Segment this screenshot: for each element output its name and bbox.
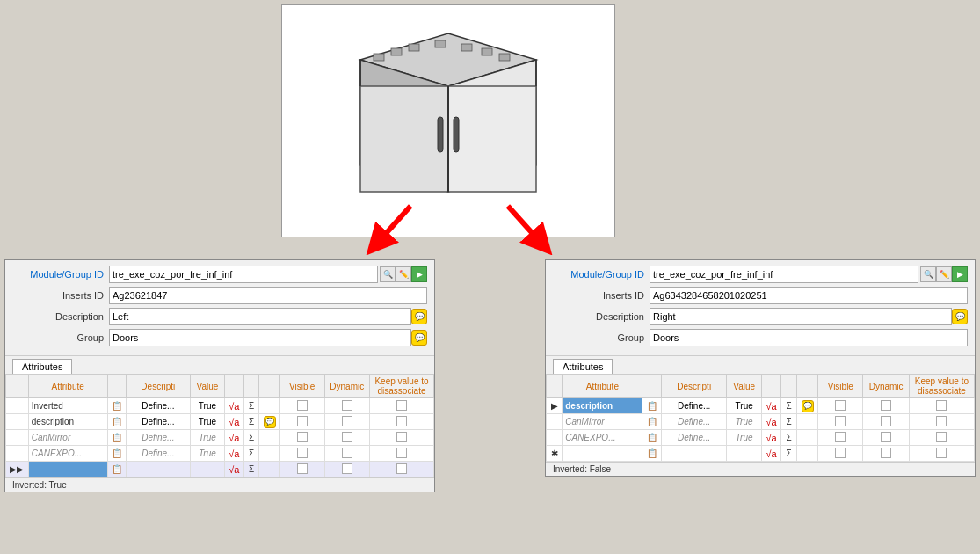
left-inserts-input[interactable] xyxy=(109,287,427,304)
left-group-speech-icon[interactable]: 💬 xyxy=(411,330,427,346)
right-row-canexpo-dynamic[interactable] xyxy=(863,430,909,446)
right-row-new-visible[interactable] xyxy=(818,446,863,462)
right-desc-dynamic-checkbox[interactable] xyxy=(881,400,891,411)
right-desc-visible-checkbox[interactable] xyxy=(835,400,846,411)
right-new-dynamic-checkbox[interactable] xyxy=(881,448,891,458)
left-new-keep-checkbox[interactable] xyxy=(396,463,407,474)
left-row-new-visible[interactable] xyxy=(280,462,324,477)
right-row-desc-dynamic[interactable] xyxy=(863,398,909,414)
left-new-visible-checkbox[interactable] xyxy=(297,463,308,474)
right-search-icon[interactable]: 🔍 xyxy=(920,266,936,282)
right-row-desc-keep[interactable] xyxy=(909,398,974,414)
left-canmirror-visible-checkbox[interactable] xyxy=(297,432,308,442)
left-canmirror-keep-checkbox[interactable] xyxy=(396,432,407,442)
right-edit-icon[interactable]: ✏️ xyxy=(936,266,952,282)
left-row-canmirror-visible[interactable] xyxy=(280,430,324,446)
left-row-canmirror-speech-empty xyxy=(259,430,280,446)
left-row-canmirror-desc: Define... xyxy=(126,430,190,446)
left-row-canexpo-dynamic[interactable] xyxy=(324,446,370,462)
left-module-input[interactable] xyxy=(109,266,378,283)
left-canmirror-dynamic-checkbox[interactable] xyxy=(342,432,352,442)
left-row-canexpo-visible[interactable] xyxy=(280,446,324,462)
right-row-canmirror: CanMirror 📋 Define... True √a Σ xyxy=(547,414,975,430)
left-row-new-sqrt: √a xyxy=(225,462,243,477)
svg-rect-15 xyxy=(482,48,492,55)
left-search-icon[interactable]: 🔍 xyxy=(380,266,396,282)
right-row-canexpo-keep[interactable] xyxy=(909,430,974,446)
left-edit-icon[interactable]: ✏️ xyxy=(396,266,411,282)
right-th-speech xyxy=(797,375,818,398)
left-inverted-visible-checkbox[interactable] xyxy=(297,400,308,411)
left-row-inverted-keep[interactable] xyxy=(370,398,434,414)
left-inverted-dynamic-checkbox[interactable] xyxy=(342,400,352,411)
left-row-desc-keep[interactable] xyxy=(370,414,434,430)
left-row-canexpo-keep[interactable] xyxy=(370,446,434,462)
left-group-input[interactable] xyxy=(109,329,411,346)
left-row-desc-sqrt: √a xyxy=(225,414,243,430)
right-group-input[interactable] xyxy=(650,329,968,346)
left-group-label: Group xyxy=(12,332,109,343)
left-row-new-keep[interactable] xyxy=(370,462,434,477)
right-row-canmirror-visible[interactable] xyxy=(818,414,863,430)
left-desc-speech-icon[interactable]: 💬 xyxy=(264,416,276,428)
right-description-input[interactable] xyxy=(650,308,952,325)
right-row-desc-visible[interactable] xyxy=(818,398,863,414)
right-canmirror-visible-checkbox[interactable] xyxy=(835,416,846,426)
right-desc-speech-icon[interactable]: 💬 xyxy=(802,400,814,412)
left-th-description: Descripti xyxy=(126,375,190,398)
right-row-canmirror-keep[interactable] xyxy=(909,414,974,430)
left-go-icon[interactable]: ▶ xyxy=(411,266,427,282)
left-row-desc-dynamic[interactable] xyxy=(324,414,370,430)
left-description-speech-icon[interactable]: 💬 xyxy=(411,309,427,324)
right-description-speech-icon[interactable]: 💬 xyxy=(952,309,968,324)
right-inserts-input[interactable] xyxy=(650,287,968,304)
left-row-canmirror-dynamic[interactable] xyxy=(324,430,370,446)
right-canexpo-dynamic-checkbox[interactable] xyxy=(881,432,891,442)
left-row-desc-name: description xyxy=(28,414,107,430)
left-row-inverted-dynamic[interactable] xyxy=(324,398,370,414)
left-row-canmirror-keep[interactable] xyxy=(370,430,434,446)
left-attributes-tab[interactable]: Attributes xyxy=(12,359,72,374)
left-inverted-keep-checkbox[interactable] xyxy=(396,400,407,411)
right-new-visible-checkbox[interactable] xyxy=(835,448,846,458)
right-row-new-dynamic[interactable] xyxy=(863,446,909,462)
left-canexpo-visible-checkbox[interactable] xyxy=(297,448,308,458)
left-row-inverted-visible[interactable] xyxy=(280,398,324,414)
right-row-canmirror-dynamic[interactable] xyxy=(863,414,909,430)
right-desc-keep-checkbox[interactable] xyxy=(936,400,947,411)
right-row-canmirror-desc: Define... xyxy=(662,414,727,430)
right-canmirror-keep-checkbox[interactable] xyxy=(936,416,947,426)
right-module-input[interactable] xyxy=(650,266,918,283)
right-panel-form: Module/Group ID 🔍 ✏️ ▶ Inserts ID Descri… xyxy=(546,260,975,355)
left-row-canmirror-icon: 📋 xyxy=(107,430,126,446)
right-canexpo-keep-checkbox[interactable] xyxy=(936,432,947,442)
left-canexpo-dynamic-checkbox[interactable] xyxy=(342,448,352,458)
right-th-sqrt xyxy=(762,375,781,398)
right-row-new-keep[interactable] xyxy=(909,446,974,462)
left-tab-bar: Attributes xyxy=(5,355,434,374)
left-attributes-table: Attribute Descripti Value Visible Dynami… xyxy=(5,374,434,477)
right-go-icon[interactable]: ▶ xyxy=(952,266,968,282)
left-desc-keep-checkbox[interactable] xyxy=(396,416,407,426)
left-desc-visible-checkbox[interactable] xyxy=(297,416,308,426)
left-th-icon xyxy=(107,375,126,398)
right-row-desc-selector: ▶ xyxy=(547,398,563,414)
left-canexpo-keep-checkbox[interactable] xyxy=(396,448,407,458)
right-row-desc-speech[interactable]: 💬 xyxy=(797,398,818,414)
left-module-row: Module/Group ID 🔍 ✏️ ▶ xyxy=(12,266,427,283)
right-row-canexpo-visible[interactable] xyxy=(818,430,863,446)
left-row-desc-visible[interactable] xyxy=(280,414,324,430)
left-new-dynamic-checkbox[interactable] xyxy=(342,463,352,474)
right-row-canexpo-selector xyxy=(547,430,563,446)
right-canexpo-visible-checkbox[interactable] xyxy=(835,432,846,442)
right-attributes-tab[interactable]: Attributes xyxy=(553,359,613,374)
right-new-keep-checkbox[interactable] xyxy=(936,448,947,458)
right-canmirror-dynamic-checkbox[interactable] xyxy=(881,416,891,426)
left-row-inverted-value: True xyxy=(190,398,224,414)
right-inserts-label: Inserts ID xyxy=(553,290,650,301)
right-row-new: ✱ 📋 √a Σ xyxy=(547,446,975,462)
left-desc-dynamic-checkbox[interactable] xyxy=(342,416,352,426)
left-row-new-dynamic[interactable] xyxy=(324,462,370,477)
left-description-input[interactable] xyxy=(109,308,411,325)
left-row-desc-speech[interactable]: 💬 xyxy=(259,414,280,430)
